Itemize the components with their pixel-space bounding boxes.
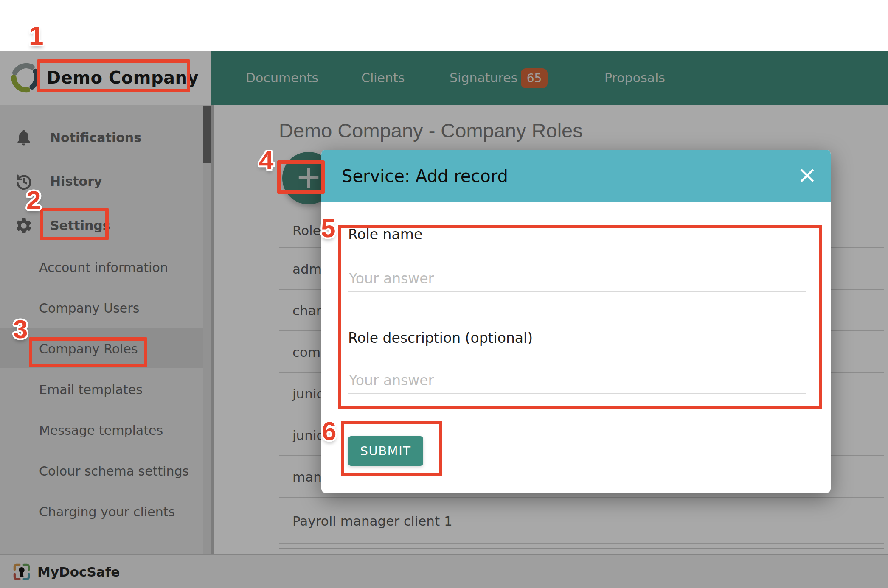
close-icon[interactable]: × <box>797 150 817 202</box>
top-white-strip <box>0 0 888 51</box>
annotation-box-3 <box>29 337 147 367</box>
modal-title: Service: Add record <box>342 150 508 202</box>
annotation-number-4: 4 <box>259 145 273 175</box>
annotation-number-2: 2 <box>26 185 41 215</box>
annotation-box-2 <box>40 208 109 240</box>
modal-header: Service: Add record × <box>321 150 831 202</box>
annotation-box-1 <box>37 59 190 92</box>
annotation-number-6: 6 <box>322 416 336 446</box>
annotation-number-3: 3 <box>13 314 28 344</box>
annotation-box-6 <box>341 421 442 476</box>
annotation-box-4 <box>277 160 325 194</box>
annotation-number-1: 1 <box>29 20 43 50</box>
annotation-number-5: 5 <box>321 213 335 243</box>
app-window: Demo Company Documents Clients Signature… <box>0 0 888 588</box>
annotation-box-5 <box>338 225 822 409</box>
